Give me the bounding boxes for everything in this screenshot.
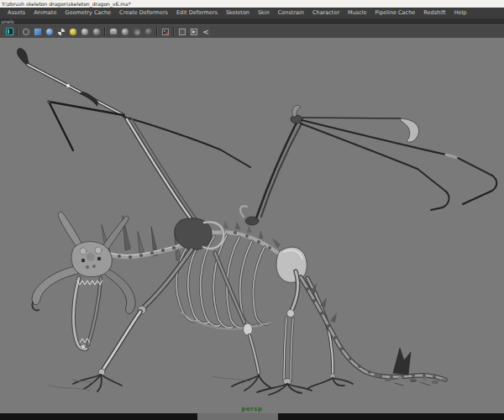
sphere-icon-c[interactable]: [144, 27, 154, 37]
viewport-toolbar: <: [0, 24, 504, 38]
sphere-glyph-b: [134, 29, 140, 35]
cube-icon-b[interactable]: [189, 27, 199, 37]
menu-bar: Assets Animate Geometry Cache Create Def…: [0, 8, 504, 18]
shadows-glyph: [81, 29, 88, 35]
menu-item-skin[interactable]: Skin: [254, 8, 274, 18]
menu-item-muscle[interactable]: Muscle: [344, 8, 371, 18]
lamp-glyph: [110, 29, 117, 34]
shadows-icon[interactable]: [80, 27, 90, 37]
menu-item-constrain[interactable]: Constrain: [274, 8, 308, 18]
menu-item-edit-deformers[interactable]: Edit Deformers: [172, 8, 222, 18]
textured-icon[interactable]: [56, 27, 66, 37]
lamp-icon[interactable]: [108, 27, 118, 37]
toolbar-separator: [104, 27, 106, 36]
isolate-select-icon[interactable]: [160, 27, 171, 37]
menu-item-help[interactable]: Help: [450, 8, 471, 18]
wireframe-icon[interactable]: [21, 27, 31, 37]
time-slider-bar: [0, 413, 504, 420]
ao-icon[interactable]: [92, 27, 102, 37]
menu-item-assets[interactable]: Assets: [3, 8, 29, 18]
window-title-bar: Y:\zbrush skeleton dragon\skeleton_drago…: [0, 0, 504, 8]
menu-item-skeleton[interactable]: Skeleton: [222, 8, 254, 18]
viewport-canvas: [0, 38, 504, 413]
lights-glyph: [70, 29, 76, 35]
maya-window: Y:\zbrush skeleton dragon\skeleton_drago…: [0, 0, 504, 420]
toolbar-separator: [173, 27, 175, 36]
camera-glyph: [6, 28, 13, 35]
toolbar-separator: [17, 27, 18, 36]
textured-glyph: [58, 29, 65, 35]
menu-item-create-deformers[interactable]: Create Deformers: [115, 8, 172, 18]
sphere-glyph-a: [122, 29, 129, 35]
panel-menu-strip: anels: [0, 18, 504, 24]
cube-glyph-b: [191, 29, 197, 35]
all-lights-icon[interactable]: [68, 27, 78, 37]
camera-icon[interactable]: [4, 27, 14, 37]
cube-glyph-a: [179, 29, 186, 35]
smooth-shaded-glyph: [46, 29, 53, 35]
toolbar-separator: [156, 27, 158, 36]
menu-item-geometry-cache[interactable]: Geometry Cache: [60, 8, 115, 18]
camera-label: persp: [0, 406, 504, 412]
perspective-viewport[interactable]: persp: [0, 38, 504, 413]
menu-item-animate[interactable]: Animate: [29, 8, 60, 18]
menu-item-pipeline-cache[interactable]: Pipeline Cache: [371, 8, 420, 18]
share-icon[interactable]: <: [201, 27, 211, 37]
sphere-glyph-c: [145, 29, 152, 35]
menu-item-redshift[interactable]: Redshift: [419, 8, 449, 18]
skeleton-dragon-model[interactable]: [17, 48, 496, 395]
menu-item-character[interactable]: Character: [308, 8, 344, 18]
sphere-icon-b[interactable]: [132, 27, 142, 37]
ao-glyph: [93, 29, 100, 35]
smooth-shaded-icon[interactable]: [45, 27, 55, 37]
wireframe-glyph: [23, 29, 29, 35]
shaded-glyph: [34, 29, 41, 35]
panels-menu-label[interactable]: anels: [1, 18, 14, 24]
window-title: Y:\zbrush skeleton dragon\skeleton_drago…: [2, 1, 131, 7]
cube-icon-a[interactable]: [177, 27, 187, 37]
sphere-icon-a[interactable]: [120, 27, 130, 37]
shaded-cube-icon[interactable]: [33, 27, 43, 37]
share-glyph: <: [202, 29, 209, 35]
scroll-thumb[interactable]: [197, 413, 278, 420]
isolate-glyph: [162, 29, 169, 35]
